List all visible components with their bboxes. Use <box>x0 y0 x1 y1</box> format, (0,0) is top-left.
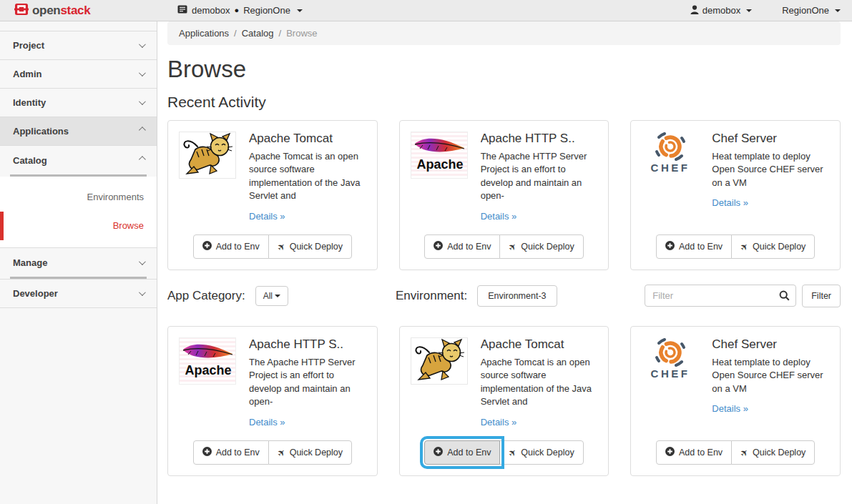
app-title: Apache HTTP S.. <box>249 337 366 352</box>
rocket-icon: ✈ <box>275 447 288 459</box>
svg-text:Apache: Apache <box>416 157 463 172</box>
quick-deploy-button[interactable]: ✈ Quick Deploy <box>499 440 583 465</box>
sidebar-nav: Project Admin Identity Applications Cata… <box>0 21 157 504</box>
chevron-down-icon <box>139 98 146 105</box>
details-link[interactable]: Details » <box>712 197 748 208</box>
svg-text:CHEF: CHEF <box>651 367 690 380</box>
region-menu[interactable]: RegionOne <box>782 5 841 16</box>
catalog-cards: Apache Apache HTTP S.. The Apache HTTP S… <box>167 326 841 476</box>
apache-logo: Apache <box>179 337 236 385</box>
add-to-env-button[interactable]: Add to Env <box>656 440 732 465</box>
chef-logo: CHEF <box>642 132 699 179</box>
environment-button[interactable]: Environment-3 <box>477 285 557 307</box>
chevron-down-icon <box>139 69 146 76</box>
breadcrumb-browse: Browse <box>286 28 317 39</box>
app-category-dropdown[interactable]: All <box>255 286 288 306</box>
plus-circle-icon <box>665 241 675 252</box>
tomcat-logo <box>179 132 236 179</box>
chevron-down-icon <box>275 295 280 297</box>
details-link[interactable]: Details » <box>481 211 517 222</box>
recent-activity-title: Recent Activity <box>167 94 852 111</box>
app-card: Apache Apache HTTP S.. The Apache HTTP S… <box>167 326 378 476</box>
quick-deploy-button[interactable]: ✈ Quick Deploy <box>731 234 815 259</box>
breadcrumb-applications[interactable]: Applications <box>179 28 229 39</box>
svg-text:CHEF: CHEF <box>651 162 690 174</box>
user-menu-label: demobox <box>702 5 740 16</box>
app-title: Apache HTTP S.. <box>481 132 598 146</box>
app-description: Apache Tomcat is an open source software… <box>249 150 366 203</box>
app-title: Apache Tomcat <box>249 132 366 146</box>
sidebar-item-admin[interactable]: Admin <box>0 60 157 89</box>
add-to-env-button[interactable]: Add to Env <box>193 234 269 259</box>
app-description: Heat template to deploy Open Source CHEF… <box>712 150 829 189</box>
add-to-env-button[interactable]: Add to Env <box>193 440 269 465</box>
recent-activity-cards: Apache Tomcat Apache Tomcat is an open s… <box>167 120 841 270</box>
user-menu[interactable]: demobox <box>690 5 752 16</box>
sidebar-group-catalog[interactable]: Catalog <box>0 146 157 174</box>
tomcat-logo <box>411 337 468 385</box>
details-link[interactable]: Details » <box>249 211 285 222</box>
sidebar-group-developer[interactable]: Developer <box>0 280 157 308</box>
sidebar-top-strip <box>0 21 157 31</box>
quick-deploy-button[interactable]: ✈ Quick Deploy <box>268 234 352 259</box>
app-description: The Apache HTTP Server Project is an eff… <box>249 356 366 409</box>
project-region-switcher[interactable]: demobox ● RegionOne <box>177 5 303 16</box>
sidebar-item-project[interactable]: Project <box>0 31 157 60</box>
chevron-down-icon <box>835 9 841 12</box>
quick-deploy-button[interactable]: ✈ Quick Deploy <box>268 440 352 465</box>
details-link[interactable]: Details » <box>712 403 748 414</box>
svg-text:Apache: Apache <box>185 363 231 377</box>
plus-circle-icon <box>202 241 212 252</box>
app-category-label: App Category: <box>167 289 245 303</box>
app-title: Apache Tomcat <box>481 337 598 352</box>
add-to-env-button[interactable]: Add to Env <box>656 234 732 259</box>
search-icon <box>779 290 790 304</box>
top-navbar: openstack demobox ● RegionOne demobox Re… <box>0 0 852 21</box>
breadcrumb-catalog[interactable]: Catalog <box>242 28 274 39</box>
person-icon <box>690 5 699 16</box>
plus-circle-icon <box>202 447 212 458</box>
chevron-up-icon <box>139 156 146 163</box>
quick-deploy-button[interactable]: ✈ Quick Deploy <box>499 234 583 259</box>
filter-input[interactable] <box>645 285 796 307</box>
openstack-logo[interactable]: openstack <box>0 3 157 19</box>
plus-circle-icon <box>434 447 443 458</box>
catalog-children: Environments Browse <box>0 177 157 248</box>
sidebar-item-identity[interactable]: Identity <box>0 89 157 117</box>
app-card: CHEF Chef Server Heat template to deploy… <box>630 120 841 270</box>
rocket-icon: ✈ <box>506 447 519 459</box>
sidebar-item-applications[interactable]: Applications <box>0 117 157 146</box>
rocket-icon: ✈ <box>738 447 750 459</box>
plus-circle-icon <box>434 241 443 252</box>
chevron-down-icon <box>139 41 146 48</box>
details-link[interactable]: Details » <box>249 417 285 428</box>
app-card: Apache Tomcat Apache Tomcat is an open s… <box>399 326 609 476</box>
details-link[interactable]: Details » <box>481 417 517 428</box>
sidebar-group-manage[interactable]: Manage <box>0 248 157 277</box>
chevron-down-icon <box>746 9 752 12</box>
sidebar-item-browse[interactable]: Browse <box>0 212 157 240</box>
app-description: Apache Tomcat is an open source software… <box>481 356 598 409</box>
page-title: Browse <box>167 56 852 83</box>
project-list-icon <box>177 5 187 16</box>
plus-circle-icon <box>665 447 675 458</box>
filter-button[interactable]: Filter <box>802 285 841 307</box>
app-card: CHEF Chef Server Heat template to deploy… <box>630 326 841 476</box>
context-region: RegionOne <box>243 5 290 16</box>
chef-logo: CHEF <box>642 337 699 385</box>
region-menu-label: RegionOne <box>782 5 829 16</box>
environment-label: Environment: <box>396 289 467 303</box>
app-title: Chef Server <box>712 337 829 352</box>
add-to-env-button[interactable]: Add to Env <box>424 440 500 465</box>
apache-logo: Apache <box>411 132 468 179</box>
add-to-env-button[interactable]: Add to Env <box>424 234 500 259</box>
app-card: Apache Tomcat Apache Tomcat is an open s… <box>167 120 378 270</box>
context-project: demobox <box>192 5 230 16</box>
app-card: Apache Apache HTTP S.. The Apache HTTP S… <box>399 120 609 270</box>
app-description: Heat template to deploy Open Source CHEF… <box>712 356 829 395</box>
chevron-down-icon <box>139 258 146 265</box>
app-description: The Apache HTTP Server Project is an eff… <box>481 150 598 203</box>
sidebar-item-environments[interactable]: Environments <box>0 183 157 212</box>
quick-deploy-button[interactable]: ✈ Quick Deploy <box>731 440 815 465</box>
rocket-icon: ✈ <box>738 241 750 253</box>
